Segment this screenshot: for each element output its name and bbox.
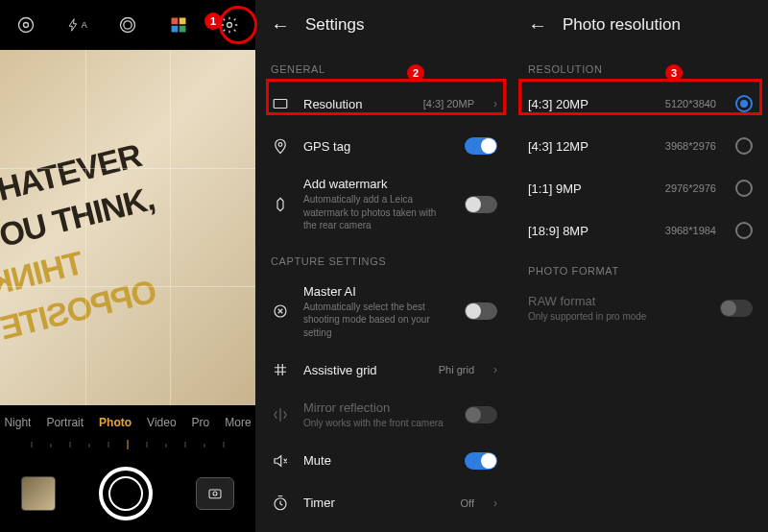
section-general: GENERAL [255,50,513,83]
row-dim: 3968*2976 [665,140,716,152]
aperture-icon[interactable] [117,14,138,36]
chevron-right-icon: › [493,97,497,110]
settings-screen: ← Settings GENERAL Resolution [4:3] 20MP… [255,0,513,532]
grid-line [0,168,255,169]
toggle-raw [720,300,753,317]
settings-header: ← Settings [255,0,513,50]
radio-0[interactable] [735,95,753,112]
row-label: [4:3] 12MP [528,139,652,154]
toggle-gps[interactable] [465,137,497,155]
row-masterai[interactable]: Master AIAutomatically select the best s… [255,275,513,350]
mute-icon [271,451,290,471]
mirror-icon [271,405,290,424]
shutter-button[interactable] [99,467,153,520]
section-resolution: RESOLUTION [513,50,768,83]
row-timer[interactable]: Timer Off › [255,482,513,524]
gallery-thumbnail[interactable] [21,476,56,511]
row-label: Timer [303,496,447,510]
rectangle-icon [271,94,290,113]
row-label: [4:3] 20MP [528,97,652,111]
svg-point-1 [23,23,28,28]
svg-point-3 [124,21,132,29]
svg-point-0 [18,18,33,33]
radio-3[interactable] [735,222,753,239]
page-title: Settings [305,15,364,35]
res-option-2[interactable]: [1:1] 9MP 2976*2976 [513,167,768,209]
row-label: [18:9] 8MP [528,224,652,238]
row-sub: Only supported in pro mode [528,310,707,324]
row-label: Master AI [303,284,451,299]
row-grid[interactable]: Assistive grid Phi grid › [255,349,513,391]
camera-viewfinder[interactable]: WHATEVER YOU THINK, THINK OPPOSITE [0,50,255,405]
row-label: Add watermark [303,177,451,191]
radio-1[interactable] [735,137,753,155]
row-label: GPS tag [303,139,451,154]
res-option-1[interactable]: [4:3] 12MP 3968*2976 [513,125,768,167]
back-button[interactable]: ← [271,14,290,36]
row-mirror: Mirror reflectionOnly works with the fro… [255,391,513,440]
page-title: Photo resolution [563,15,681,35]
grid-line [0,286,255,287]
mode-pro[interactable]: Pro [192,416,210,429]
row-dim: 5120*3840 [665,98,716,109]
camera-modes: Night Portrait Photo Video Pro More [0,407,255,438]
location-icon [271,136,290,156]
back-button[interactable]: ← [528,14,547,36]
chevron-right-icon: › [493,496,497,510]
mode-more[interactable]: More [225,416,251,429]
row-audio[interactable]: Audio control Off › [255,524,513,533]
watermark-icon [271,195,290,214]
mode-night[interactable]: Night [4,416,31,429]
camera-bottombar [0,455,255,532]
mode-photo[interactable]: Photo [99,416,132,429]
timer-icon [271,494,290,513]
photo-resolution-screen: ← Photo resolution RESOLUTION [4:3] 20MP… [513,0,768,532]
flash-icon[interactable]: A [66,14,87,36]
svg-rect-5 [180,18,186,25]
svg-point-23 [278,143,282,147]
row-sub: Only works with the front camera [303,417,451,430]
grid-line [85,50,86,405]
gear-icon[interactable] [219,14,240,36]
svg-rect-22 [274,100,287,109]
row-label: Assistive grid [303,363,425,377]
grid-line [170,50,171,405]
row-label: RAW format [528,294,707,308]
mode-ticks [0,440,255,451]
row-dim: 2976*2976 [665,182,716,194]
row-sub: Automatically select the best shooting m… [303,301,451,340]
mode-portrait[interactable]: Portrait [46,416,84,429]
row-watermark[interactable]: Add watermarkAutomatically add a Leica w… [255,167,513,242]
row-label: Mirror reflection [303,400,451,415]
row-value: [4:3] 20MP [423,98,474,109]
svg-rect-20 [209,490,221,498]
row-value: Off [461,497,474,509]
row-value: Phi grid [439,364,474,375]
svg-point-21 [213,492,217,496]
photores-header: ← Photo resolution [513,0,768,50]
row-label: Mute [303,453,451,468]
res-option-0[interactable]: [4:3] 20MP 5120*3840 [513,83,768,125]
toggle-masterai[interactable] [465,302,497,320]
row-mute[interactable]: Mute [255,440,513,482]
toggle-watermark[interactable] [465,196,497,213]
svg-rect-4 [172,18,179,25]
eye-icon[interactable] [15,14,36,36]
chevron-right-icon: › [493,363,497,376]
section-photoformat: PHOTO FORMAT [513,252,768,284]
res-option-3[interactable]: [18:9] 8MP 3968*1984 [513,209,768,252]
toggle-mute[interactable] [465,452,497,470]
ai-icon [271,302,290,321]
viewfinder-content: WHATEVER YOU THINK, THINK OPPOSITE [0,50,255,405]
switch-camera-button[interactable] [196,477,234,510]
radio-2[interactable] [735,180,753,197]
row-gps[interactable]: GPS tag [255,125,513,167]
svg-point-2 [120,18,134,33]
camera-screen: A WHATEVER YOU THINK, THINK OPPOSITE Nig… [0,0,255,532]
svg-rect-6 [172,26,179,33]
row-resolution[interactable]: Resolution [4:3] 20MP › [255,83,513,125]
google-lens-icon[interactable] [168,14,189,36]
mode-video[interactable]: Video [147,416,176,429]
camera-topbar: A [0,0,255,50]
toggle-mirror [465,406,497,423]
